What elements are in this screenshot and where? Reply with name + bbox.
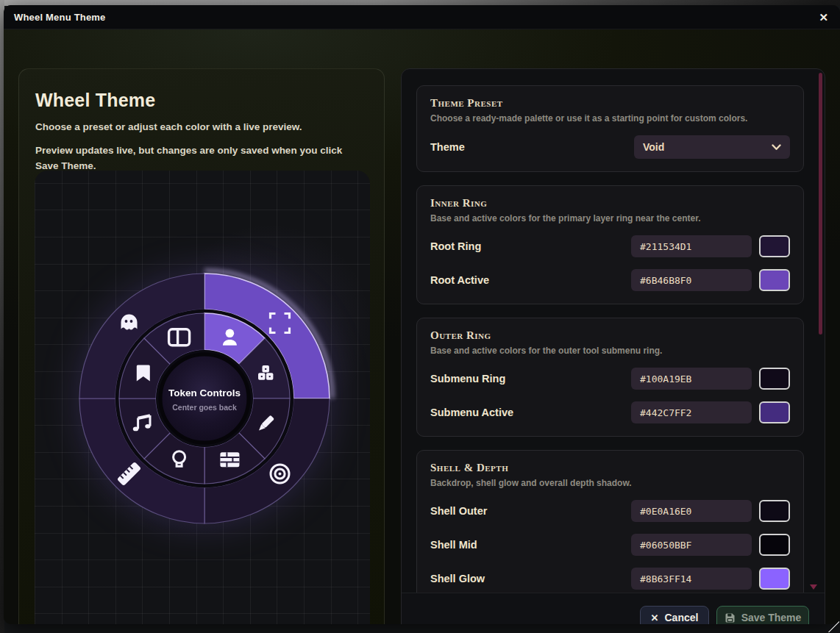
dialog-title: Wheel Menu Theme xyxy=(14,12,106,23)
color-row-shell-outer: Shell Outer xyxy=(430,500,790,522)
wheel-center-button[interactable] xyxy=(160,354,249,443)
bricks-icon xyxy=(220,452,239,467)
save-button-label: Save Theme xyxy=(741,612,802,623)
section-inner-ring: Inner Ring Base and active colors for th… xyxy=(416,185,804,304)
wheel-menu: Token Controls Center goes back xyxy=(50,244,359,553)
section-title: Inner Ring xyxy=(430,197,790,210)
chevron-down-icon xyxy=(772,144,781,151)
close-icon[interactable]: ✕ xyxy=(819,12,828,23)
theme-row: Theme Void xyxy=(430,135,790,159)
theme-settings-panel: Theme Preset Choose a ready-made palette… xyxy=(401,68,825,624)
preview-heading: Wheel Theme xyxy=(35,90,368,111)
section-description: Base and active colors for the primary l… xyxy=(430,213,790,223)
wheel-menu-theme-dialog: Wheel Menu Theme ✕ Wheel Theme Choose a … xyxy=(4,5,840,624)
shell-mid-hex-input[interactable] xyxy=(631,534,752,556)
scroll-down-arrow-icon[interactable] xyxy=(810,584,817,590)
theme-select-value: Void xyxy=(643,141,664,153)
section-theme-preset: Theme Preset Choose a ready-made palette… xyxy=(416,85,804,172)
shell-mid-color-swatch[interactable] xyxy=(759,534,790,556)
scrollbar-thumb[interactable] xyxy=(819,73,822,335)
settings-scroll-area[interactable]: Theme Preset Choose a ready-made palette… xyxy=(402,69,825,624)
theme-label: Theme xyxy=(430,141,634,153)
color-row-submenu-ring: Submenu Ring xyxy=(430,368,790,390)
ghost-icon xyxy=(121,315,138,330)
section-description: Choose a ready-made palette or use it as… xyxy=(430,113,790,124)
dialog-titlebar[interactable]: Wheel Menu Theme ✕ xyxy=(4,5,840,29)
section-outer-ring: Outer Ring Base and active colors for th… xyxy=(416,318,804,437)
color-label: Root Active xyxy=(430,274,631,286)
color-row-shell-glow: Shell Glow xyxy=(430,568,790,590)
wheel-preview-card: Wheel Theme Choose a preset or adjust ea… xyxy=(18,68,385,624)
submenu-active-hex-input[interactable] xyxy=(631,401,752,423)
color-label: Submenu Ring xyxy=(430,373,631,385)
cancel-button[interactable]: ✕ Cancel xyxy=(640,606,709,625)
preview-description-2: Preview updates live, but changes are on… xyxy=(35,143,366,174)
root-ring-hex-input[interactable] xyxy=(631,235,752,257)
section-title: Outer Ring xyxy=(430,329,790,342)
submenu-ring-hex-input[interactable] xyxy=(631,368,752,390)
wheel-center-title: Token Controls xyxy=(168,387,241,398)
dialog-footer: ✕ Cancel Save Theme xyxy=(402,593,825,624)
preview-description-1: Choose a preset or adjust each color wit… xyxy=(35,120,366,135)
root-active-color-swatch[interactable] xyxy=(759,269,790,291)
save-floppy-icon xyxy=(725,612,736,623)
wheel-center-subtitle: Center goes back xyxy=(172,403,237,412)
section-title: Theme Preset xyxy=(430,97,790,110)
submenu-active-color-swatch[interactable] xyxy=(759,401,790,423)
shell-glow-hex-input[interactable] xyxy=(631,568,752,590)
shell-outer-color-swatch[interactable] xyxy=(759,500,790,522)
color-label: Root Ring xyxy=(430,240,631,252)
color-label: Shell Glow xyxy=(430,573,631,584)
cancel-button-label: Cancel xyxy=(664,612,698,623)
close-x-icon: ✕ xyxy=(651,612,659,623)
root-ring-color-swatch[interactable] xyxy=(759,235,790,257)
color-label: Shell Outer xyxy=(430,505,631,517)
shell-glow-color-swatch[interactable] xyxy=(759,568,790,590)
root-active-hex-input[interactable] xyxy=(631,269,752,291)
color-row-submenu-active: Submenu Active xyxy=(430,401,790,423)
color-row-root-active: Root Active xyxy=(430,269,790,291)
color-label: Submenu Active xyxy=(430,407,631,418)
shell-outer-hex-input[interactable] xyxy=(631,500,752,522)
wheel-preview-canvas: Token Controls Center goes back xyxy=(35,171,370,624)
section-description: Backdrop, shell glow and overall depth s… xyxy=(430,478,790,488)
color-label: Shell Mid xyxy=(430,539,631,551)
theme-select[interactable]: Void xyxy=(634,135,790,159)
color-row-shell-mid: Shell Mid xyxy=(430,534,790,556)
section-description: Base and active colors for the outer too… xyxy=(430,346,790,356)
color-row-root-ring: Root Ring xyxy=(430,235,790,257)
save-theme-button[interactable]: Save Theme xyxy=(716,606,809,625)
dialog-body: Wheel Theme Choose a preset or adjust ea… xyxy=(4,29,840,624)
section-title: Shell & Depth xyxy=(430,462,790,474)
submenu-ring-color-swatch[interactable] xyxy=(759,368,790,390)
